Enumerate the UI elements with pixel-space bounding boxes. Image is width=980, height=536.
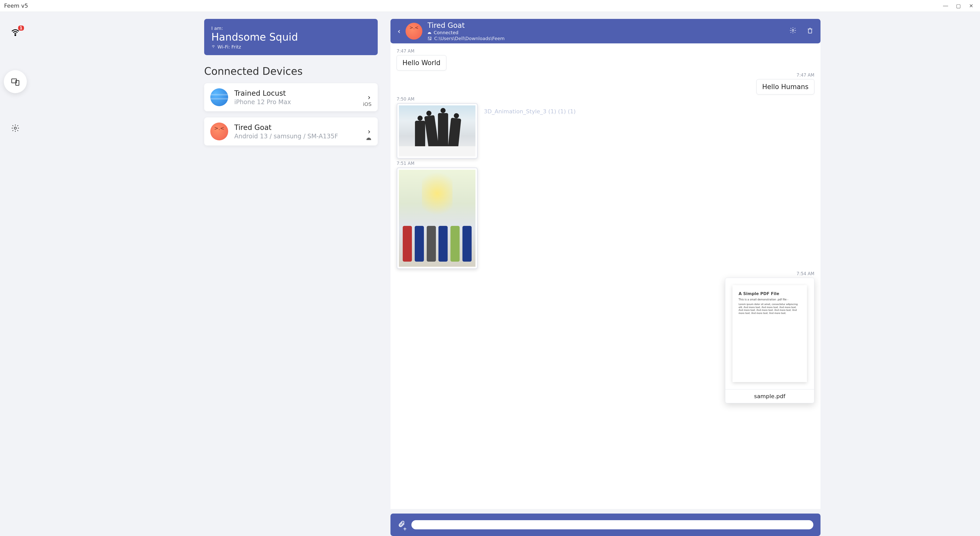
chevron-right-icon: ›: [368, 93, 371, 102]
svg-point-7: [792, 29, 794, 31]
device-name: Trained Locust: [234, 89, 368, 97]
message-composer: +: [390, 514, 821, 536]
device-os-icon: [366, 135, 372, 142]
incoming-image-message[interactable]: [396, 167, 478, 269]
svg-rect-8: [808, 29, 812, 33]
status-text: Connected: [434, 30, 458, 36]
connected-devices-heading: Connected Devices: [204, 65, 378, 77]
image-thumbnail: [399, 170, 476, 267]
device-avatar-icon: [210, 88, 228, 106]
device-name: Tired Goat: [234, 123, 368, 132]
window-minimize-button[interactable]: —: [939, 0, 952, 12]
device-info: Trained Locust iPhone 12 Pro Max: [234, 89, 368, 106]
svg-point-4: [213, 47, 213, 48]
device-info: Tired Goat Android 13 / samsung / SM-A13…: [234, 123, 368, 140]
message-timestamp: 7:54 AM: [396, 271, 815, 276]
incoming-image-message[interactable]: [396, 103, 478, 159]
svg-point-6: [369, 138, 370, 139]
svg-point-3: [14, 127, 17, 129]
window-close-button[interactable]: ✕: [965, 0, 977, 12]
iam-label: I am:: [211, 25, 371, 31]
folder-icon: 🖫: [428, 36, 432, 41]
settings-button[interactable]: [11, 124, 20, 135]
devices-panel: I am: Handsome Squid Wi-Fi: Fritz Connec…: [204, 12, 378, 536]
nav-rail: 1: [0, 12, 30, 536]
image-filename-caption: 3D_Animation_Style_3 (1) (1) (1): [484, 108, 576, 115]
chat-title-block: Tired Goat Connected 🖫 C:\Users\Dell\Dow…: [428, 21, 504, 41]
path-text: C:\Users\Dell\Downloads\Feem: [434, 36, 504, 41]
chat-avatar-icon: [406, 23, 422, 40]
image-thumbnail: [399, 105, 476, 156]
my-device-name: Handsome Squid: [211, 32, 371, 43]
chat-settings-button[interactable]: [789, 27, 797, 36]
pdf-preview: A Simple PDF File This is a small demons…: [732, 285, 807, 382]
device-card[interactable]: Tired Goat Android 13 / samsung / SM-A13…: [204, 118, 378, 145]
device-card[interactable]: Trained Locust iPhone 12 Pro Max › iOS: [204, 83, 378, 111]
plus-icon: +: [403, 526, 407, 531]
my-identity-card[interactable]: I am: Handsome Squid Wi-Fi: Fritz: [204, 19, 378, 55]
wifi-notification-badge: 1: [18, 25, 24, 31]
outgoing-file-message[interactable]: A Simple PDF File This is a small demons…: [725, 278, 815, 403]
device-model: iPhone 12 Pro Max: [234, 99, 368, 106]
window-titlebar: Feem v5 — ▢ ✕: [0, 0, 980, 12]
chat-connection-status: Connected: [428, 30, 504, 36]
chat-delete-button[interactable]: [807, 27, 813, 36]
device-os-label: iOS: [363, 101, 372, 107]
pdf-body-text: Lorem ipsum dolor sit amet, consectetur …: [738, 303, 801, 315]
svg-point-5: [368, 138, 368, 139]
message-timestamp: 7:51 AM: [396, 161, 815, 166]
message-timestamp: 7:47 AM: [396, 48, 815, 54]
message-timestamp: 7:47 AM: [396, 73, 815, 78]
chat-panel: ‹ Tired Goat Connected 🖫 C:\Users\Dell\D…: [390, 12, 821, 536]
svg-point-0: [15, 35, 16, 35]
android-icon: [366, 135, 372, 142]
message-input[interactable]: [411, 520, 813, 530]
incoming-message-bubble[interactable]: Hello World: [396, 55, 446, 70]
my-network-label: Wi-Fi: Fritz: [211, 44, 371, 49]
wifi-mini-icon: [211, 44, 215, 49]
devices-tab-button[interactable]: [4, 70, 27, 93]
chevron-right-icon: ›: [368, 127, 371, 136]
outgoing-message-bubble[interactable]: Hello Humans: [756, 79, 815, 94]
window-controls: — ▢ ✕: [939, 0, 977, 12]
back-button[interactable]: ‹: [398, 27, 401, 35]
window-maximize-button[interactable]: ▢: [952, 0, 965, 12]
message-timestamp: 7:50 AM: [396, 97, 815, 102]
wifi-status-icon[interactable]: 1: [10, 27, 21, 40]
chat-download-path: 🖫 C:\Users\Dell\Downloads\Feem: [428, 36, 504, 41]
attach-file-button[interactable]: +: [398, 520, 405, 530]
window-title: Feem v5: [3, 3, 28, 9]
pdf-subtitle: This is a small demonstration .pdf file …: [738, 298, 801, 301]
pdf-title: A Simple PDF File: [738, 291, 801, 296]
chat-message-list[interactable]: 7:47 AM Hello World 7:47 AM Hello Humans…: [390, 43, 821, 509]
chat-header: ‹ Tired Goat Connected 🖫 C:\Users\Dell\D…: [390, 19, 821, 43]
chat-peer-name: Tired Goat: [428, 21, 504, 30]
network-name: Wi-Fi: Fritz: [218, 44, 241, 49]
device-avatar-icon: [210, 122, 228, 140]
file-name-label: sample.pdf: [725, 389, 814, 403]
device-model: Android 13 / samsung / SM-A135F: [234, 133, 368, 140]
